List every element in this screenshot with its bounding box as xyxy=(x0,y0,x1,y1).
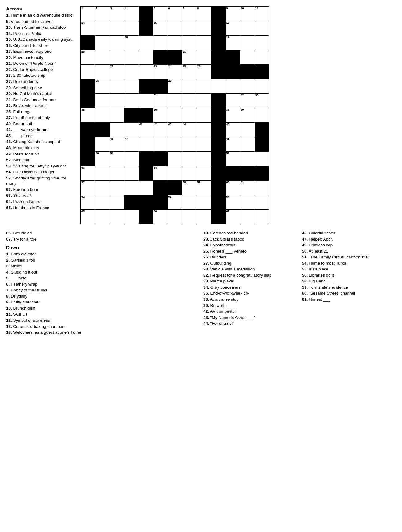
grid-cell[interactable] xyxy=(124,108,139,122)
grid-cell[interactable] xyxy=(95,21,110,35)
grid-cell[interactable] xyxy=(95,93,110,108)
grid-cell[interactable]: 63 xyxy=(168,195,182,209)
grid-cell[interactable] xyxy=(211,21,226,35)
grid-cell[interactable] xyxy=(95,137,110,151)
grid-cell[interactable]: 33 xyxy=(255,93,269,108)
grid-cell[interactable] xyxy=(255,137,269,151)
grid-cell[interactable]: 35 xyxy=(81,108,95,122)
grid-cell[interactable] xyxy=(124,122,139,137)
grid-cell[interactable] xyxy=(197,35,211,50)
grid-cell[interactable]: 39 xyxy=(240,108,255,122)
grid-cell[interactable] xyxy=(95,35,110,50)
grid-cell[interactable] xyxy=(182,108,197,122)
grid-cell[interactable] xyxy=(197,50,211,64)
grid-cell[interactable] xyxy=(197,21,211,35)
grid-cell[interactable] xyxy=(240,21,255,35)
grid-cell[interactable]: 48 xyxy=(226,137,240,151)
grid-cell[interactable]: 11 xyxy=(255,6,269,21)
grid-cell[interactable]: 26 xyxy=(197,64,211,79)
grid-cell[interactable] xyxy=(168,151,182,166)
grid-cell[interactable]: 65 xyxy=(81,209,95,224)
grid-cell[interactable]: 20 xyxy=(81,50,95,64)
grid-cell[interactable] xyxy=(255,50,269,64)
grid-cell[interactable] xyxy=(139,180,153,195)
grid-cell[interactable] xyxy=(139,64,153,79)
grid-cell[interactable] xyxy=(240,122,255,137)
grid-cell[interactable] xyxy=(182,166,197,180)
grid-cell[interactable]: 53 xyxy=(81,166,95,180)
grid-cell[interactable] xyxy=(168,166,182,180)
grid-cell[interactable]: 9 xyxy=(226,6,240,21)
grid-cell[interactable]: 50 xyxy=(95,151,110,166)
grid-cell[interactable] xyxy=(211,151,226,166)
grid-cell[interactable] xyxy=(168,50,182,64)
grid-cell[interactable] xyxy=(211,108,226,122)
grid-cell[interactable] xyxy=(139,93,153,108)
grid-cell[interactable] xyxy=(226,50,240,64)
grid-cell[interactable] xyxy=(255,166,269,180)
grid-cell[interactable] xyxy=(81,93,95,108)
grid-cell[interactable]: 58 xyxy=(182,180,197,195)
grid-cell[interactable] xyxy=(139,79,153,93)
grid-cell[interactable] xyxy=(81,64,95,79)
grid-cell[interactable] xyxy=(95,108,110,122)
grid-cell[interactable] xyxy=(110,195,124,209)
grid-cell[interactable] xyxy=(240,151,255,166)
grid-cell[interactable] xyxy=(255,195,269,209)
grid-cell[interactable] xyxy=(95,166,110,180)
grid-cell[interactable] xyxy=(255,79,269,93)
grid-cell[interactable] xyxy=(211,6,226,21)
grid-cell[interactable]: 57 xyxy=(81,180,95,195)
grid-cell[interactable]: 19 xyxy=(226,35,240,50)
grid-cell[interactable] xyxy=(110,122,124,137)
grid-cell[interactable] xyxy=(124,79,139,93)
grid-cell[interactable]: 15 xyxy=(153,21,168,35)
grid-cell[interactable] xyxy=(124,64,139,79)
grid-cell[interactable] xyxy=(110,180,124,195)
grid-cell[interactable] xyxy=(211,79,226,93)
grid-cell[interactable]: 47 xyxy=(124,137,139,151)
grid-cell[interactable]: 64 xyxy=(226,195,240,209)
grid-cell[interactable]: 62 xyxy=(81,195,95,209)
grid-cell[interactable] xyxy=(182,79,197,93)
grid-cell[interactable]: 4 xyxy=(124,6,139,21)
grid-cell[interactable] xyxy=(226,79,240,93)
grid-cell[interactable] xyxy=(153,137,168,151)
grid-cell[interactable]: 38 xyxy=(226,108,240,122)
grid-cell[interactable] xyxy=(211,35,226,50)
grid-cell[interactable]: 14 xyxy=(81,21,95,35)
grid-cell[interactable] xyxy=(81,79,95,93)
grid-cell[interactable] xyxy=(124,166,139,180)
grid-cell[interactable] xyxy=(197,137,211,151)
grid-cell[interactable] xyxy=(182,151,197,166)
grid-cell[interactable] xyxy=(211,137,226,151)
grid-cell[interactable] xyxy=(226,166,240,180)
grid-cell[interactable] xyxy=(255,209,269,224)
grid-cell[interactable] xyxy=(139,6,153,21)
grid-cell[interactable] xyxy=(139,209,153,224)
grid-cell[interactable]: 42 xyxy=(153,122,168,137)
grid-cell[interactable]: 52 xyxy=(226,151,240,166)
grid-cell[interactable] xyxy=(81,137,95,151)
grid-cell[interactable] xyxy=(124,195,139,209)
grid-cell[interactable] xyxy=(240,137,255,151)
grid-cell[interactable] xyxy=(95,195,110,209)
grid-cell[interactable]: 18 xyxy=(124,35,139,50)
grid-cell[interactable] xyxy=(153,195,168,209)
grid-cell[interactable] xyxy=(182,137,197,151)
grid-cell[interactable] xyxy=(255,64,269,79)
grid-cell[interactable]: 1 xyxy=(81,6,95,21)
grid-cell[interactable]: 8 xyxy=(197,6,211,21)
grid-cell[interactable] xyxy=(255,180,269,195)
grid-cell[interactable]: 66 xyxy=(153,209,168,224)
grid-cell[interactable] xyxy=(211,166,226,180)
grid-cell[interactable] xyxy=(95,180,110,195)
grid-cell[interactable] xyxy=(255,21,269,35)
grid-cell[interactable]: 45 xyxy=(226,122,240,137)
grid-cell[interactable] xyxy=(168,180,182,195)
grid-cell[interactable] xyxy=(182,21,197,35)
grid-cell[interactable]: 41 xyxy=(139,122,153,137)
grid-cell[interactable] xyxy=(211,64,226,79)
grid-cell[interactable] xyxy=(240,79,255,93)
grid-cell[interactable] xyxy=(110,209,124,224)
